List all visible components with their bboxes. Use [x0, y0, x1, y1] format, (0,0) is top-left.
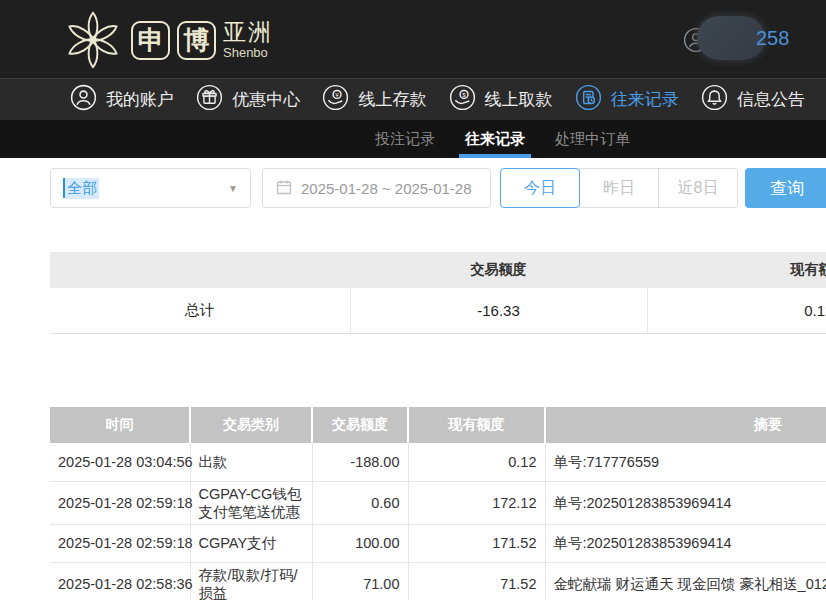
- date-range-value: 2025-01-28 ~ 2025-01-28: [301, 180, 472, 197]
- calendar-icon: [276, 179, 292, 198]
- logo-char-shen: 申: [131, 21, 170, 60]
- table-row: 2025-01-28 02:58:36 存款/取款/打码/损益 71.00 71…: [50, 562, 826, 600]
- summary-total-label: 总计: [50, 288, 350, 333]
- cell-summary: 单号:202501283853969414: [545, 524, 826, 562]
- tab-processing-orders[interactable]: 处理中订单: [555, 120, 630, 158]
- cell-balance: 172.12: [408, 481, 545, 524]
- cell-time: 2025-01-28 02:59:18: [50, 481, 190, 524]
- cell-summary: 金蛇献瑞 财运通天 现金回馈 豪礼相送_0128: [545, 562, 826, 600]
- svg-text:¥: ¥: [336, 90, 340, 97]
- summary-total-balance: 0.12: [647, 288, 826, 333]
- nav-item-online-withdrawal[interactable]: $ 线上取款: [449, 84, 553, 116]
- cell-amount: 0.60: [312, 481, 408, 524]
- col-header-amount: 交易额度: [312, 407, 408, 443]
- nav-label: 往来记录: [611, 88, 679, 111]
- caret-down-icon: ▼: [228, 183, 238, 194]
- records-clipboard-icon: [575, 84, 602, 116]
- records-header-row: 时间 交易类别 交易额度 现有额度 摘要: [50, 407, 826, 443]
- cell-summary: 单号:202501283853969414: [545, 481, 826, 524]
- svg-text:$: $: [462, 90, 466, 97]
- withdraw-coin-icon: $: [449, 84, 476, 116]
- cell-time: 2025-01-28 03:04:56: [50, 443, 190, 481]
- nav-label: 优惠中心: [232, 88, 300, 111]
- nav-item-online-deposit[interactable]: ¥ 线上存款: [322, 84, 426, 116]
- cell-summary: 单号:717776559: [545, 443, 826, 481]
- table-row: 2025-01-28 02:59:18 CGPAY支付 100.00 171.5…: [50, 524, 826, 562]
- tab-betting-records[interactable]: 投注记录: [375, 120, 435, 158]
- table-row: 2025-01-28 02:59:18 CGPAY-CG钱包支付笔笔送优惠 0.…: [50, 481, 826, 524]
- nav-label: 我的账户: [106, 88, 174, 111]
- tab-label: 处理中订单: [555, 130, 630, 149]
- bell-icon: [701, 84, 728, 116]
- cell-type: CGPAY-CG钱包支付笔笔送优惠: [190, 481, 312, 524]
- col-header-balance: 现有额度: [408, 407, 545, 443]
- query-button[interactable]: 查询: [745, 168, 826, 208]
- logo-region: 亚洲: [223, 20, 273, 44]
- cell-time: 2025-01-28 02:59:18: [50, 524, 190, 562]
- col-header-summary: 摘要: [545, 407, 826, 443]
- cell-time: 2025-01-28 02:58:36: [50, 562, 190, 600]
- gift-icon: [196, 84, 223, 116]
- transaction-type-select[interactable]: 全部 ▼: [50, 168, 251, 208]
- last-8-days-button[interactable]: 近8日: [658, 168, 738, 208]
- cell-balance: 71.52: [408, 562, 545, 600]
- cell-amount: 100.00: [312, 524, 408, 562]
- quick-date-button-group: 今日 昨日 近8日: [500, 168, 738, 208]
- page: 申 博 亚洲 Shenbo 258 我的账户: [0, 0, 826, 600]
- nav-item-promotions[interactable]: 优惠中心: [196, 84, 300, 116]
- yesterday-button[interactable]: 昨日: [579, 168, 659, 208]
- tab-transaction-records[interactable]: 往来记录: [465, 120, 525, 158]
- cell-amount: 71.00: [312, 562, 408, 600]
- deposit-coin-icon: ¥: [322, 84, 349, 116]
- account-id-suffix[interactable]: 258: [756, 27, 789, 50]
- quick-btn-label: 今日: [524, 178, 556, 199]
- summary-total-amount: -16.33: [350, 288, 647, 333]
- username-redacted-pill[interactable]: [697, 16, 765, 60]
- nav-label: 信息公告: [737, 88, 805, 111]
- brand-header: 申 博 亚洲 Shenbo 258: [0, 0, 826, 78]
- nav-label: 线上取款: [485, 88, 553, 111]
- col-header-type: 交易类别: [190, 407, 312, 443]
- quick-btn-label: 近8日: [678, 178, 719, 199]
- records-table: 时间 交易类别 交易额度 现有额度 摘要 2025-01-28 03:04:56…: [50, 407, 826, 600]
- date-range-input[interactable]: 2025-01-28 ~ 2025-01-28: [262, 168, 491, 208]
- summary-header-row: 交易额度 现有额度: [50, 252, 826, 288]
- flower-logo-icon: [62, 7, 124, 73]
- tab-label: 往来记录: [465, 130, 525, 149]
- cell-balance: 171.52: [408, 524, 545, 562]
- brand-logo[interactable]: 申 博 亚洲 Shenbo: [62, 7, 273, 73]
- tab-label: 投注记录: [375, 130, 435, 149]
- logo-subtitle: Shenbo: [223, 45, 273, 60]
- nav-item-my-account[interactable]: 我的账户: [70, 84, 174, 116]
- cell-type: 存款/取款/打码/损益: [190, 562, 312, 600]
- today-button[interactable]: 今日: [500, 168, 580, 208]
- select-value: 全部: [65, 178, 99, 199]
- cell-type: CGPAY支付: [190, 524, 312, 562]
- nav-label: 线上存款: [358, 88, 426, 111]
- cell-amount: -188.00: [312, 443, 408, 481]
- user-icon: [70, 84, 97, 116]
- summary-header-amount: 交易额度: [350, 252, 647, 288]
- cell-type: 出款: [190, 443, 312, 481]
- summary-table: 交易额度 现有额度 总计 -16.33 0.12: [50, 252, 826, 334]
- cell-balance: 0.12: [408, 443, 545, 481]
- summary-total-row: 总计 -16.33 0.12: [50, 288, 826, 333]
- nav-item-transaction-records[interactable]: 往来记录: [575, 84, 679, 116]
- quick-btn-label: 昨日: [603, 178, 635, 199]
- logo-char-bo: 博: [177, 21, 216, 60]
- table-row: 2025-01-28 03:04:56 出款 -188.00 0.12 单号:7…: [50, 443, 826, 481]
- records-subnav: 投注记录 往来记录 处理中订单: [0, 120, 826, 158]
- summary-header-balance: 现有额度: [647, 252, 826, 288]
- nav-item-announcements[interactable]: 信息公告: [701, 84, 805, 116]
- main-nav: 我的账户 优惠中心 ¥: [0, 78, 826, 120]
- summary-header-empty: [50, 252, 350, 288]
- col-header-time: 时间: [50, 407, 190, 443]
